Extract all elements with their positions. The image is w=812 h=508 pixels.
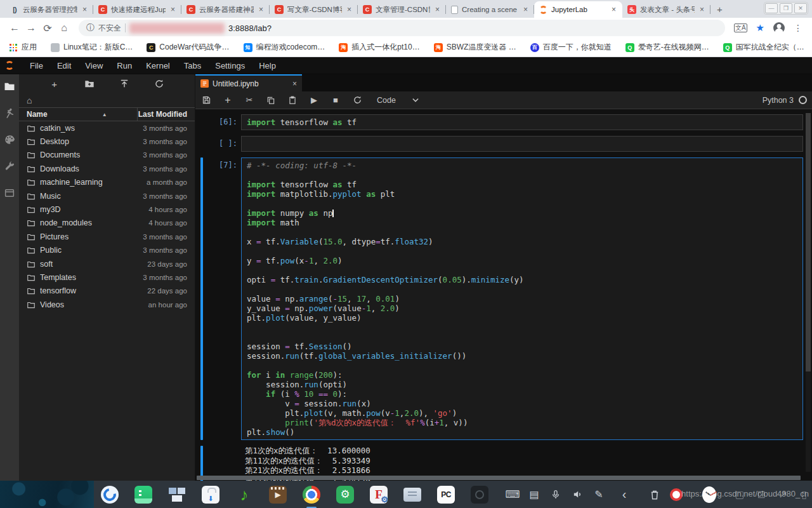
file-row[interactable]: Documents3 months ago (19, 149, 195, 162)
profile-avatar[interactable] (773, 22, 785, 34)
menu-edit[interactable]: Edit (50, 61, 78, 70)
translate-icon[interactable]: 文A (734, 23, 747, 32)
new-launcher-button[interactable]: + (48, 77, 61, 90)
restart-kernel-button[interactable] (351, 95, 363, 106)
tab-close-icon[interactable]: × (698, 5, 705, 14)
save-button[interactable] (200, 95, 212, 106)
home-breadcrumb-icon[interactable]: ⌂ (27, 95, 32, 105)
kernel-indicator[interactable]: Python 3 (763, 96, 807, 105)
tab-close-icon[interactable]: × (522, 5, 529, 14)
bookmark-item[interactable]: 知编程游戏codecom… (244, 42, 325, 53)
reload-icon[interactable]: ⟳ (39, 20, 56, 36)
pc-suite-icon[interactable]: PC (436, 485, 455, 504)
browser-tab[interactable]: C写文章-CSDN博客× (270, 1, 358, 18)
running-sessions-icon[interactable] (4, 107, 15, 119)
file-row[interactable]: catkin_ws3 months ago (19, 121, 195, 135)
file-browser-icon[interactable] (4, 81, 15, 92)
trash-2-icon[interactable]: ▯ (797, 488, 811, 502)
back-icon[interactable]: ← (6, 20, 23, 36)
menu-tabs[interactable]: Tabs (177, 61, 208, 70)
file-manager-icon[interactable] (403, 485, 422, 504)
notebook-tab[interactable]: Untitled.ipynb × (195, 74, 302, 91)
menu-help[interactable]: Help (252, 61, 283, 70)
bookmark-item[interactable]: 应用 (9, 42, 37, 53)
microphone-icon[interactable] (549, 488, 563, 502)
cell-type-dropdown[interactable]: Code (373, 95, 422, 106)
tray-expand-icon[interactable]: ‹ (617, 488, 631, 502)
display-icon[interactable]: ⊡ (754, 488, 768, 502)
chrome-browser-icon[interactable] (302, 485, 321, 504)
annotate-pen-icon[interactable]: ✎ (592, 488, 606, 502)
run-cell-button[interactable]: ▶ (308, 95, 320, 106)
file-row[interactable]: machine_learninga month ago (19, 176, 195, 189)
refresh-button[interactable] (153, 77, 166, 90)
screen-recorder-icon[interactable] (669, 488, 683, 502)
browser-tab[interactable]: [)云服务器管理控制× (5, 1, 93, 18)
tab-close-icon[interactable]: × (610, 5, 617, 14)
volume-icon[interactable] (570, 488, 584, 502)
disk-icon[interactable]: ▢ (733, 488, 747, 502)
url-omnibox[interactable]: ⓘ 不安全 3:8888/lab? (79, 20, 725, 36)
multitasking-view-icon[interactable] (167, 485, 187, 504)
file-row[interactable]: soft23 days ago (19, 257, 195, 271)
cell-editor[interactable] (241, 136, 803, 152)
app-store-icon[interactable] (201, 485, 220, 504)
bookmark-star-icon[interactable]: ★ (756, 22, 764, 34)
site-info-icon[interactable]: ⓘ (86, 22, 95, 34)
menu-kernel[interactable]: Kernel (139, 61, 177, 70)
dark-app-icon[interactable] (470, 485, 489, 504)
restore-button[interactable]: ❐ (780, 3, 792, 13)
upload-button[interactable] (118, 77, 131, 90)
forward-icon[interactable]: → (23, 20, 39, 36)
file-row[interactable]: Desktop3 months ago (19, 135, 195, 148)
interrupt-kernel-button[interactable]: ■ (330, 95, 341, 106)
cut-cells-button[interactable]: ✂ (244, 95, 255, 106)
browser-tab[interactable]: C快速搭建远程Jup× (93, 1, 181, 18)
menu-run[interactable]: Run (110, 61, 139, 70)
file-row[interactable]: tensorflow22 days ago (19, 284, 195, 298)
trash-icon[interactable] (648, 488, 662, 502)
tab-close-icon[interactable]: × (346, 5, 353, 14)
close-window-button[interactable]: ✕ (794, 3, 807, 13)
new-folder-button[interactable] (83, 77, 96, 90)
menu-view[interactable]: View (78, 61, 110, 70)
file-row[interactable]: Pictures3 months ago (19, 230, 195, 243)
browser-tab[interactable]: C云服务器搭建神器× (181, 1, 270, 18)
file-row[interactable]: Templates3 months ago (19, 271, 195, 284)
browser-tab[interactable]: JupyterLab× (534, 1, 622, 18)
copy-cells-button[interactable] (265, 95, 277, 106)
bookmark-item[interactable]: CCodeWar代码战争… (147, 42, 229, 53)
tablet-icon[interactable]: ▤ (527, 488, 541, 502)
file-row[interactable]: node_modules4 hours ago (19, 217, 195, 230)
bookmark-item[interactable]: Q爱奇艺-在线视频网… (625, 42, 709, 53)
notebook-horizontal-scrollbar[interactable] (197, 476, 801, 480)
notebook-vertical-scrollbar[interactable] (806, 113, 811, 472)
tab-close-icon[interactable]: × (434, 5, 441, 14)
close-tab-icon[interactable]: × (292, 79, 297, 88)
file-row[interactable]: Downloads3 months ago (19, 162, 195, 175)
bookmark-item[interactable]: 百百度一下，你就知道 (530, 42, 612, 53)
cell-collapser[interactable] (200, 157, 203, 440)
cell-editor[interactable]: # -*- coding: utf-8 -*-import tensorflow… (241, 157, 803, 440)
bookmark-item[interactable]: 淘SBWZ温度变送器 … (434, 42, 516, 53)
movie-player-icon[interactable]: ▶ (268, 485, 287, 504)
file-row[interactable]: Music3 months ago (19, 189, 195, 203)
file-row[interactable]: Public3 months ago (19, 244, 195, 257)
music-player-icon[interactable]: ♪ (235, 485, 254, 504)
cell-collapser[interactable] (200, 136, 203, 152)
clock-icon[interactable] (702, 488, 716, 502)
home-icon[interactable]: ⌂ (56, 20, 72, 36)
browser-tab[interactable]: 头发表文章 - 头条号× (622, 1, 710, 18)
menu-file[interactable]: File (23, 61, 50, 70)
cell-collapser[interactable] (200, 114, 203, 130)
keyboard-icon[interactable]: ⌨ (506, 488, 520, 502)
property-inspector-icon[interactable] (4, 161, 15, 172)
bookmark-item[interactable]: Q国军抗战全纪实（… (723, 42, 804, 53)
column-last-modified[interactable]: Last Modified (138, 110, 195, 119)
tab-close-icon[interactable]: × (169, 5, 176, 14)
new-tab-button[interactable]: + (717, 4, 723, 15)
font-settings-icon[interactable]: F (369, 485, 388, 504)
column-name[interactable]: Name (19, 110, 48, 119)
launcher-icon[interactable] (100, 485, 119, 504)
menu-settings[interactable]: Settings (208, 61, 252, 70)
